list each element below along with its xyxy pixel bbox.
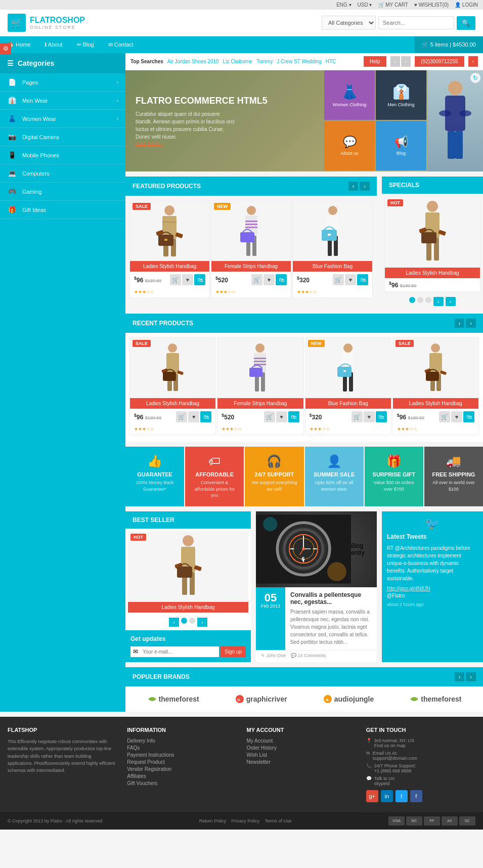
wishlist-1[interactable]: ♥ bbox=[182, 274, 193, 285]
login-link[interactable]: 👤 LOGIN bbox=[455, 2, 478, 8]
tile-men-clothing[interactable]: 👔 Men Clothing bbox=[376, 70, 426, 120]
bs-dot-1[interactable] bbox=[181, 618, 187, 624]
svg-rect-70 bbox=[177, 567, 192, 578]
bs-dot-2[interactable] bbox=[189, 618, 195, 624]
read-more-link[interactable]: read more... bbox=[136, 141, 314, 146]
recent-buy-4[interactable]: 🛍 bbox=[463, 411, 474, 422]
add-to-cart-2[interactable]: 🛒 bbox=[251, 274, 262, 285]
search-link-4[interactable]: J.Crew ST Wedding bbox=[277, 59, 322, 64]
footer-link-vouchers[interactable]: Gift Vouchers bbox=[127, 780, 236, 786]
cart-link[interactable]: 🛒 MY CART bbox=[378, 2, 408, 8]
brand-audiojungle[interactable]: A audiojungle bbox=[323, 694, 374, 704]
recent-cart-2[interactable]: 🛒 bbox=[264, 411, 275, 422]
search-input[interactable] bbox=[378, 16, 454, 29]
sidebar-item-gifts[interactable]: 🎁 Gift Ideas bbox=[0, 201, 125, 219]
search-button[interactable]: 🔍 bbox=[457, 16, 475, 30]
add-to-cart-3[interactable]: 🛒 bbox=[333, 274, 344, 285]
tile-blog[interactable]: 📢 Blog bbox=[376, 121, 426, 170]
recent-cart-1[interactable]: 🛒 bbox=[176, 411, 187, 422]
featured-next[interactable]: › bbox=[360, 182, 370, 191]
footer-link-payment[interactable]: Payment Instructions bbox=[127, 752, 236, 758]
settings-icon[interactable]: ⚙ bbox=[0, 43, 11, 54]
privacy-policy-link[interactable]: Privacy Policy bbox=[231, 818, 259, 823]
twitter-social-icon[interactable]: t bbox=[396, 790, 408, 802]
footer-order-history[interactable]: Order History bbox=[247, 745, 356, 751]
phone-arrow[interactable]: › bbox=[468, 56, 478, 67]
search-link-2[interactable]: Liz Claiborne bbox=[223, 59, 252, 64]
recent-cart-3[interactable]: 🛒 bbox=[352, 411, 363, 422]
currency-selector[interactable]: USD ▾ bbox=[358, 2, 372, 8]
nav-blog[interactable]: ✏ Blog bbox=[70, 36, 101, 53]
sidebar-item-women[interactable]: 👗 Women Wear › bbox=[0, 110, 125, 128]
sidebar-item-mobile[interactable]: 📱 Mobile Phones bbox=[0, 146, 125, 164]
brand-themeforest-2[interactable]: themeforest bbox=[409, 694, 461, 704]
dot-2[interactable] bbox=[417, 297, 423, 303]
recent-buy-3[interactable]: 🛍 bbox=[376, 411, 387, 422]
category-select[interactable]: All Categories bbox=[322, 16, 376, 30]
footer-link-affiliates[interactable]: Affiliates bbox=[127, 773, 236, 779]
brands-next[interactable]: › bbox=[466, 672, 476, 681]
tile-about-us[interactable]: 💬 About us bbox=[324, 121, 375, 170]
sidebar-item-gaming[interactable]: 🎮 Gaming bbox=[0, 183, 125, 201]
footer-link-request[interactable]: Request Product bbox=[127, 759, 236, 765]
terms-link[interactable]: Terms of Use bbox=[265, 818, 291, 823]
refresh-icon[interactable]: ↻ bbox=[470, 73, 480, 83]
footer-wish-list[interactable]: Wish List bbox=[247, 752, 356, 758]
next-arrow[interactable]: › bbox=[401, 56, 411, 67]
recent-wish-2[interactable]: ♥ bbox=[276, 411, 287, 422]
facebook-icon[interactable]: f bbox=[410, 790, 422, 802]
recent-buy-2[interactable]: 🛍 bbox=[288, 411, 299, 422]
language-selector[interactable]: ENG ▾ bbox=[336, 2, 351, 8]
buy-3[interactable]: 🛍 bbox=[357, 274, 368, 285]
recent-cart-4[interactable]: 🛒 bbox=[439, 411, 450, 422]
nav-about[interactable]: ℹ About bbox=[37, 36, 69, 53]
add-to-cart-1[interactable]: 🛒 bbox=[170, 274, 181, 285]
recent-wish-3[interactable]: ♥ bbox=[364, 411, 375, 422]
nav-cart[interactable]: 🛒 5 items | $4530.00 bbox=[415, 36, 483, 53]
footer-link-vendor[interactable]: Vendor Registration bbox=[127, 766, 236, 772]
brand-graphicriver[interactable]: G graphicriver bbox=[235, 694, 287, 704]
featured-prev[interactable]: ‹ bbox=[348, 182, 359, 191]
sidebar-item-camera[interactable]: 📷 Digital Camera bbox=[0, 128, 125, 146]
help-button[interactable]: Help bbox=[364, 56, 386, 67]
sidebar-item-computers[interactable]: 💻 Computers bbox=[0, 164, 125, 183]
tile-women-clothing[interactable]: 👗 Women Clothing bbox=[324, 70, 375, 120]
nav-contact[interactable]: ✉ Contact bbox=[101, 36, 141, 53]
logo[interactable]: 🛒 FLATROSHOP ONLINE STORE bbox=[8, 14, 322, 32]
buy-1[interactable]: 🛍 bbox=[194, 274, 205, 285]
sidebar-item-men[interactable]: 👔 Men Wear › bbox=[0, 92, 125, 110]
signup-button[interactable]: Sign up bbox=[221, 646, 246, 657]
dot-3[interactable] bbox=[425, 297, 431, 303]
wishlist-link[interactable]: ♥ WISHLIST(0) bbox=[414, 2, 449, 8]
sidebar-item-pages[interactable]: 📄 Pages › bbox=[0, 73, 125, 92]
footer-link-delivery[interactable]: Delivery Info bbox=[127, 738, 236, 744]
footer-newsletter[interactable]: Newsletter bbox=[247, 759, 356, 765]
footer-link-faqs[interactable]: FAQs bbox=[127, 745, 236, 751]
best-next[interactable]: › bbox=[197, 618, 207, 627]
search-link-3[interactable]: Tommy bbox=[256, 59, 273, 64]
wishlist-2[interactable]: ♥ bbox=[264, 274, 275, 285]
recent-prev[interactable]: ‹ bbox=[455, 319, 465, 328]
recent-wish-1[interactable]: ♥ bbox=[188, 411, 199, 422]
google-icon[interactable]: g+ bbox=[366, 790, 378, 802]
linkedin-icon[interactable]: in bbox=[381, 790, 393, 802]
email-input[interactable] bbox=[140, 646, 219, 657]
dot-1[interactable] bbox=[409, 297, 415, 303]
phone-number[interactable]: (92)3009712255 bbox=[415, 56, 464, 67]
search-link-1[interactable]: Air Jordan Shoes 2010 bbox=[167, 59, 219, 64]
footer-my-account[interactable]: My Account bbox=[247, 738, 356, 744]
wishlist-3[interactable]: ♥ bbox=[345, 274, 356, 285]
best-prev[interactable]: ‹ bbox=[169, 618, 179, 627]
return-policy-link[interactable]: Return Policy bbox=[199, 818, 227, 823]
specials-prev[interactable]: ‹ bbox=[433, 297, 444, 306]
recent-wish-4[interactable]: ♥ bbox=[451, 411, 462, 422]
twitter-link[interactable]: http://goo.gl/4N8JN bbox=[387, 586, 430, 591]
search-link-5[interactable]: HTC bbox=[326, 59, 336, 64]
buy-2[interactable]: 🛍 bbox=[276, 274, 287, 285]
recent-next[interactable]: › bbox=[466, 319, 476, 328]
prev-arrow[interactable]: ‹ bbox=[390, 56, 400, 67]
brands-prev[interactable]: ‹ bbox=[455, 672, 465, 681]
specials-next[interactable]: › bbox=[446, 297, 456, 306]
recent-buy-1[interactable]: 🛍 bbox=[200, 411, 211, 422]
brand-themeforest-1[interactable]: themeforest bbox=[147, 694, 199, 704]
